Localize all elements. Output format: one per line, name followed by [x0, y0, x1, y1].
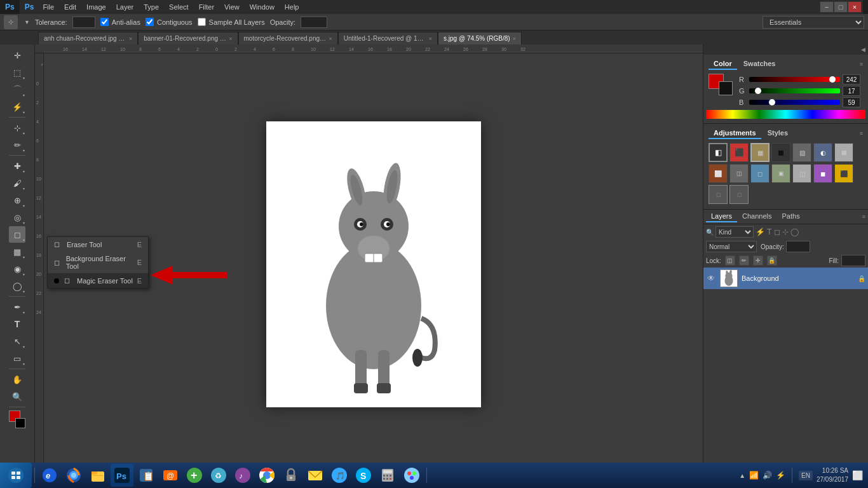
app6-button[interactable]: @ [159, 464, 182, 487]
blur-tool[interactable]: ◉▾ [9, 261, 25, 277]
menu-select[interactable]: Select [164, 2, 194, 12]
adj-icon-1[interactable]: ⬛ [729, 143, 749, 162]
tab-close-0[interactable]: × [129, 36, 132, 42]
menu-image[interactable]: Image [81, 2, 111, 12]
adj-icon-2[interactable]: ▦ [750, 143, 770, 162]
lasso-tool[interactable]: ⌒▾ [9, 81, 25, 98]
quick-select-tool[interactable]: ⚡▾ [9, 98, 25, 115]
tab-0[interactable]: anh chuan-Recovered.jpg @ 100% (... × [38, 32, 138, 44]
lock-move-btn[interactable]: ✛ [753, 255, 763, 266]
tab-paths[interactable]: Paths [777, 211, 805, 222]
adj-icon-4[interactable]: ▨ [792, 143, 811, 162]
green-value[interactable]: 17 [843, 86, 860, 96]
gradient-tool[interactable]: ▦▾ [9, 243, 25, 260]
hand-tool[interactable]: ✋ [9, 371, 25, 388]
eraser-tool[interactable]: ◻▾ [9, 226, 25, 243]
app5-button[interactable]: 📋 [135, 464, 158, 487]
collapse-panel-btn[interactable]: ◀ [861, 46, 865, 53]
path-select-tool[interactable]: ↖▾ [9, 333, 25, 349]
menu-help[interactable]: Help [280, 2, 304, 12]
mail-button[interactable] [304, 464, 327, 487]
lock-all-btn[interactable]: 🔒 [767, 255, 777, 266]
zoom-tool[interactable]: 🔍 [9, 388, 25, 405]
dodge-tool[interactable]: ◯▾ [9, 278, 25, 294]
adj-icon-5[interactable]: ◐ [813, 143, 832, 162]
photoshop-taskbar-button[interactable]: Ps [111, 464, 133, 487]
tab-1[interactable]: banner-01-Recovered.png @ 66.7%... × [138, 32, 238, 44]
tab-2[interactable]: motorcycle-Recovered.png @ 100%... × [238, 32, 338, 44]
move-tool[interactable]: ✛ [9, 47, 25, 64]
blue-value[interactable]: 59 [843, 97, 860, 107]
music-button[interactable]: ♪ [231, 464, 254, 487]
tab-close-2[interactable]: × [329, 36, 332, 42]
adj-panel-menu[interactable]: ≡ [860, 130, 863, 137]
firefox-button[interactable] [62, 464, 85, 487]
tab-adjustments[interactable]: Adjustments [709, 128, 761, 139]
layer-filter-dropdown[interactable]: Kind [715, 226, 754, 238]
background-color-btn[interactable] [15, 418, 25, 428]
sample-all-checkbox[interactable] [198, 18, 206, 26]
eyedropper-tool[interactable]: ✏▾ [9, 137, 25, 153]
clone-tool[interactable]: ⊕▾ [9, 192, 25, 208]
adj-icon-3[interactable]: ◼ [771, 143, 790, 162]
calculator-button[interactable] [376, 464, 399, 487]
blend-mode-dropdown[interactable]: Normal [706, 241, 757, 252]
clock[interactable]: 10:26 SA 27/09/2017 [817, 466, 848, 484]
chrome-button[interactable] [255, 464, 278, 487]
adj-icon-9[interactable]: ◻ [750, 164, 770, 183]
lock-position-btn[interactable]: ✏ [739, 255, 749, 266]
maximize-button[interactable]: □ [834, 1, 848, 13]
tab-4[interactable]: s.jpg @ 74.5% (RGB/8) × [438, 32, 522, 44]
recycle-button[interactable]: ♻ [207, 464, 230, 487]
tab-close-1[interactable]: × [229, 36, 232, 42]
tray-arrow[interactable]: ▲ [739, 472, 745, 479]
menu-layer[interactable]: Layer [111, 2, 139, 12]
history-brush[interactable]: ◎▾ [9, 209, 25, 226]
tray-icon-2[interactable]: 🔊 [763, 471, 772, 480]
adj-icon-0[interactable]: ◧ [709, 143, 728, 162]
paint-button[interactable] [400, 464, 423, 487]
tab-swatches[interactable]: Swatches [738, 58, 781, 70]
opacity-input[interactable]: 100% [301, 17, 327, 28]
antialias-checkbox[interactable] [100, 18, 109, 26]
tab-color[interactable]: Color [709, 58, 737, 70]
tray-icon-1[interactable]: 📶 [749, 471, 759, 480]
contiguous-checkbox[interactable] [146, 18, 154, 26]
ctx-bg-eraser-tool[interactable]: ◻ Background Eraser Tool E [48, 252, 148, 273]
fill-value[interactable]: 100% [841, 255, 865, 266]
adj-icon-11[interactable]: ◫ [792, 164, 811, 183]
minimize-button[interactable]: − [820, 1, 834, 13]
green-slider[interactable] [749, 88, 840, 93]
bg-swatch[interactable] [719, 81, 733, 95]
menu-window[interactable]: Window [245, 2, 280, 12]
shape-tool[interactable]: ▭▾ [9, 350, 25, 367]
add-button[interactable]: + [183, 464, 206, 487]
menu-filter[interactable]: Filter [194, 2, 219, 12]
app13-button[interactable]: 🎵 [328, 464, 351, 487]
tab-layers[interactable]: Layers [706, 211, 737, 222]
close-button[interactable]: × [848, 1, 862, 13]
menu-view[interactable]: View [219, 2, 245, 12]
adj-icon-15[interactable]: ◻ [729, 185, 749, 204]
tab-close-4[interactable]: × [513, 36, 516, 42]
explorer-button[interactable] [86, 464, 109, 487]
adj-icon-7[interactable]: ⬜ [709, 164, 728, 183]
healing-tool[interactable]: ✚▾ [9, 158, 25, 174]
blue-slider[interactable] [749, 100, 840, 105]
adj-icon-13[interactable]: ⬛ [834, 164, 853, 183]
brush-tool[interactable]: 🖌▾ [9, 175, 25, 191]
crop-tool[interactable]: ⊹▾ [9, 119, 25, 136]
pen-tool[interactable]: ✒▾ [9, 299, 25, 315]
lock-pixels-btn[interactable]: ◫ [725, 255, 735, 266]
tray-icon-3[interactable]: ⚡ [776, 471, 785, 480]
marquee-tool[interactable]: ⬚▾ [9, 64, 25, 81]
menu-file[interactable]: File [37, 2, 59, 12]
menu-edit[interactable]: Edit [59, 2, 81, 12]
start-button[interactable] [0, 463, 32, 488]
layer-row-background[interactable]: 👁 Background 🔒 [703, 268, 868, 289]
red-slider[interactable] [749, 77, 840, 82]
adj-icon-10[interactable]: ▣ [771, 164, 790, 183]
color-spectrum[interactable] [706, 110, 865, 119]
layer-visibility-btn[interactable]: 👁 [706, 274, 716, 283]
type-tool[interactable]: T [9, 316, 25, 332]
